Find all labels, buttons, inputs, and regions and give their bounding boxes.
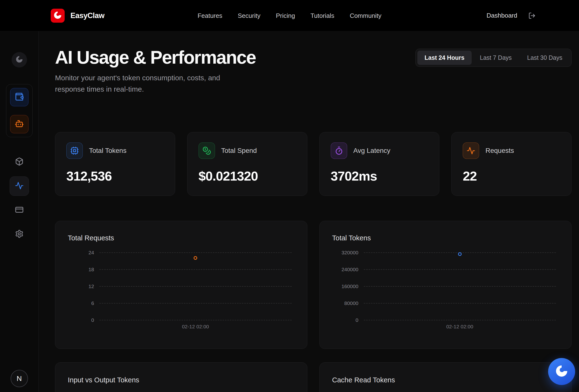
chart-card-total-requests: Total Requests 0612182402-12 02:00: [55, 221, 307, 349]
dashboard-link[interactable]: Dashboard: [487, 12, 517, 19]
cpu-icon: [66, 142, 83, 159]
stat-card-total-tokens: Total Tokens 312,536: [55, 132, 175, 196]
stat-card-avg-latency: Avg Latency 3702ms: [319, 132, 439, 196]
chat-widget-button[interactable]: [548, 358, 575, 385]
page-subtitle: Monitor your agent's token consumption, …: [55, 72, 246, 95]
y-tick-label: 24: [88, 250, 94, 256]
time-range-selector: Last 24 Hours Last 7 Days Last 30 Days: [415, 49, 572, 67]
sidebar-item-settings[interactable]: [10, 225, 29, 244]
gridline: 0: [364, 320, 556, 320]
chart-title: Total Tokens: [332, 234, 556, 242]
sidebar-nav: [10, 152, 29, 244]
y-tick-label: 0: [91, 317, 94, 323]
y-tick-label: 0: [356, 317, 359, 323]
gear-icon: [15, 229, 24, 239]
chart-title: Input vs Output Tokens: [68, 376, 292, 384]
page: EasyClaw Features Security Pricing Tutor…: [0, 0, 579, 392]
claw-icon: [555, 364, 568, 379]
stat-value: 22: [463, 168, 560, 183]
gridline: 6: [99, 303, 292, 304]
stat-label: Total Spend: [221, 147, 257, 155]
bottom-chart-row: Input vs Output Tokens Cache Read Tokens: [55, 362, 572, 392]
activity-icon: [463, 142, 479, 159]
y-tick-label: 12: [88, 283, 94, 289]
time-range-30d[interactable]: Last 30 Days: [520, 51, 570, 65]
time-range-7d[interactable]: Last 7 Days: [473, 51, 519, 65]
claw-icon: [53, 11, 62, 20]
robot-icon: [15, 119, 24, 129]
timer-icon: [331, 142, 347, 159]
data-point: [458, 252, 461, 256]
stat-label: Requests: [485, 147, 514, 155]
y-tick-label: 18: [88, 267, 94, 273]
nav-link-security[interactable]: Security: [238, 12, 260, 19]
sidebar-item-agent[interactable]: [10, 115, 28, 133]
logout-icon[interactable]: [528, 12, 536, 19]
y-tick-label: 6: [91, 300, 94, 306]
stat-cards: Total Tokens 312,536 Total Spend $0.0213…: [55, 132, 572, 196]
nav-link-tutorials[interactable]: Tutorials: [310, 12, 334, 19]
time-range-24h[interactable]: Last 24 Hours: [417, 51, 472, 65]
avatar-initial: N: [17, 374, 22, 383]
stat-label: Total Tokens: [89, 147, 126, 155]
brand[interactable]: EasyClaw: [51, 9, 104, 23]
sidebar-agent-group: [6, 84, 33, 137]
gridline: 160000: [364, 286, 556, 287]
chart-row: Total Requests 0612182402-12 02:00 Total…: [55, 221, 572, 349]
shell: N AI Usage & Performance Monitor your ag…: [0, 31, 579, 392]
page-title: AI Usage & Performance: [55, 47, 256, 68]
sidebar-user-avatar[interactable]: N: [11, 370, 28, 387]
y-tick-label: 160000: [341, 283, 358, 289]
nav-link-community[interactable]: Community: [350, 12, 381, 19]
claw-icon: [15, 56, 23, 64]
chart-card-input-output-tokens: Input vs Output Tokens: [55, 362, 307, 392]
gridline: 12: [99, 286, 292, 287]
page-header: AI Usage & Performance Monitor your agen…: [55, 31, 572, 95]
sidebar-item-usage[interactable]: [10, 176, 29, 196]
activity-icon: [15, 181, 24, 191]
x-tick-label: 02-12 02:00: [446, 324, 473, 330]
gridline: 24: [99, 252, 292, 253]
cube-icon: [15, 157, 24, 167]
easyclaw-logo: [51, 9, 65, 23]
sidebar-avatar[interactable]: [11, 52, 27, 67]
stat-value: 312,536: [66, 168, 164, 183]
sidebar-item-billing[interactable]: [10, 201, 29, 220]
stat-label: Avg Latency: [354, 147, 391, 155]
gridline: 240000: [364, 269, 556, 270]
top-navbar: EasyClaw Features Security Pricing Tutor…: [0, 0, 579, 31]
sidebar-item-packages[interactable]: [10, 152, 29, 172]
chart-title: Total Requests: [68, 234, 292, 242]
chart-card-total-tokens: Total Tokens 08000016000024000032000002-…: [319, 221, 572, 349]
chart-plot: 0612182402-12 02:00: [99, 252, 292, 320]
credit-card-icon: [15, 205, 24, 215]
navbar-right: Dashboard: [487, 12, 536, 19]
y-tick-label: 240000: [341, 267, 358, 273]
x-tick-label: 02-12 02:00: [182, 324, 209, 330]
sidebar: N: [0, 31, 39, 392]
y-tick-label: 80000: [344, 300, 358, 306]
chart-title: Cache Read Tokens: [332, 376, 556, 384]
nav-link-pricing[interactable]: Pricing: [276, 12, 295, 19]
chart-plot: 08000016000024000032000002-12 02:00: [364, 252, 556, 320]
coins-icon: [199, 142, 215, 159]
data-point: [194, 256, 197, 260]
gridline: 0: [99, 320, 292, 320]
gridline: 80000: [364, 303, 556, 304]
page-header-left: AI Usage & Performance Monitor your agen…: [55, 31, 256, 95]
chart-card-cache-read-tokens: Cache Read Tokens: [319, 362, 572, 392]
wallet-icon: [15, 92, 24, 102]
stat-value: $0.021320: [199, 168, 296, 183]
y-tick-label: 320000: [341, 250, 358, 256]
sidebar-item-wallet[interactable]: [10, 88, 28, 106]
stat-value: 3702ms: [331, 168, 428, 183]
stat-card-total-spend: Total Spend $0.021320: [187, 132, 307, 196]
brand-name: EasyClaw: [71, 11, 104, 20]
stat-card-requests: Requests 22: [451, 132, 572, 196]
main-content: AI Usage & Performance Monitor your agen…: [39, 31, 579, 392]
nav-link-features[interactable]: Features: [198, 12, 222, 19]
main-nav: Features Security Pricing Tutorials Comm…: [198, 12, 381, 19]
gridline: 18: [99, 269, 292, 270]
